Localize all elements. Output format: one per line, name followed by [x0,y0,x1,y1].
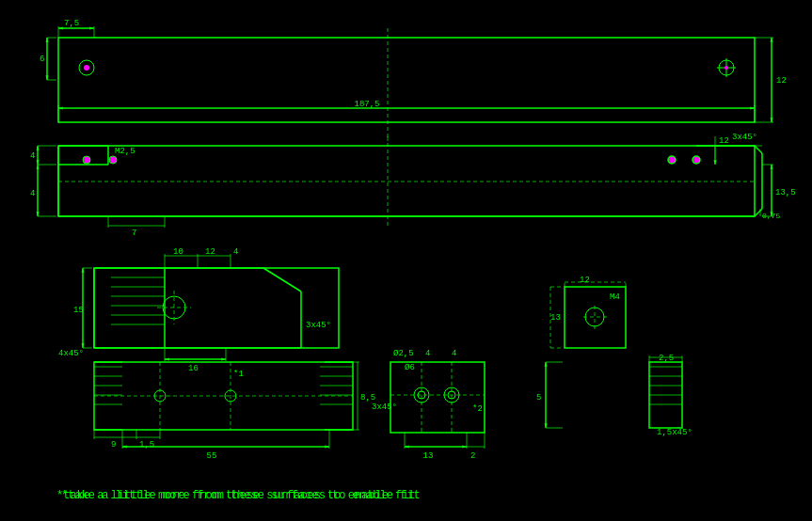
footer-annotation: *take a little more from these surfaces … [56,489,416,502]
cad-drawing [0,0,812,521]
